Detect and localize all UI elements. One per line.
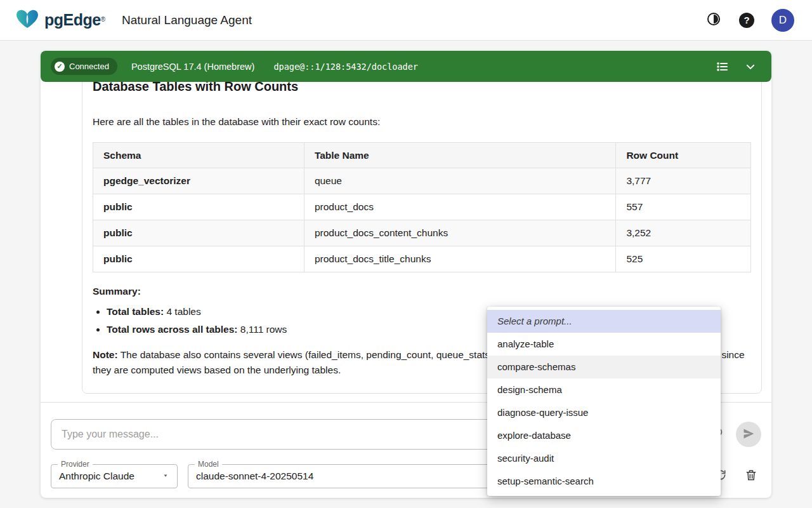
cell-row-count: 557 (616, 194, 751, 220)
help-button[interactable]: ? (738, 12, 755, 29)
table-row: pgedge_vectorizer queue 3,777 (93, 168, 751, 194)
col-header-schema: Schema (93, 143, 304, 168)
model-label: Model (195, 460, 222, 469)
app-header: pgEdge® Natural Language Agent ? D (0, 0, 812, 41)
help-icon: ? (739, 13, 754, 28)
cell-schema: pgedge_vectorizer (93, 168, 304, 194)
col-header-row-count: Row Count (616, 143, 751, 168)
summary-item-label: Total tables: (107, 306, 164, 317)
cell-row-count: 3,777 (616, 168, 751, 194)
chevron-down-icon (745, 61, 756, 72)
cell-schema: public (93, 220, 304, 246)
prompt-menu-item-setup-semantic-search[interactable]: setup-semantic-search (487, 470, 721, 493)
user-avatar[interactable]: D (771, 9, 794, 32)
prompt-menu-item-security-audit[interactable]: security-audit (487, 447, 721, 470)
provider-select[interactable]: Provider Anthropic Claude (51, 464, 178, 488)
send-button[interactable] (736, 422, 761, 447)
connection-bar: ✓ Connected PostgreSQL 17.4 (Homebrew) d… (41, 51, 771, 82)
prompt-menu-item-analyze-table[interactable]: analyze-table (487, 333, 721, 356)
dropdown-caret-icon (162, 471, 169, 482)
check-circle-icon: ✓ (55, 62, 65, 72)
list-icon (716, 60, 729, 73)
page-title: Natural Language Agent (122, 13, 252, 27)
theme-toggle-button[interactable] (705, 12, 722, 29)
app-window: pgEdge® Natural Language Agent ? D (0, 0, 812, 508)
prompt-menu-item-design-schema[interactable]: design-schema (487, 378, 721, 401)
brand-registered-mark: ® (101, 16, 105, 23)
cell-row-count: 3,252 (616, 220, 751, 246)
table-row: public product_docs_title_chunks 525 (93, 246, 751, 272)
connection-string: dpage@::1/128:5432/docloader (273, 62, 714, 72)
pgedge-heart-icon (15, 9, 39, 32)
trash-icon (745, 469, 757, 483)
cell-table-name: product_docs (304, 194, 616, 220)
prompt-menu-item-compare-schemas[interactable]: compare-schemas (487, 356, 721, 378)
message-heading: Database Tables with Row Counts (93, 82, 751, 95)
prompt-menu-item-diagnose-query-issue[interactable]: diagnose-query-issue (487, 401, 721, 424)
brand-name: pgEdge (44, 11, 101, 29)
cell-table-name: product_docs_content_chunks (304, 220, 616, 246)
connection-status-badge: ✓ Connected (51, 58, 117, 75)
server-version-label: PostgreSQL 17.4 (Homebrew) (131, 62, 255, 72)
prompt-menu-item-explore-database[interactable]: explore-database (487, 424, 721, 447)
prompt-menu-placeholder[interactable]: Select a prompt... (487, 310, 721, 333)
summary-item-text: 8,111 rows (237, 324, 287, 335)
connection-status-label: Connected (69, 62, 109, 71)
send-icon (742, 427, 755, 442)
summary-heading: Summary: (93, 284, 751, 299)
provider-value: Anthropic Claude (59, 471, 134, 482)
clear-chat-button[interactable] (741, 466, 761, 486)
cell-row-count: 525 (616, 246, 751, 272)
cell-table-name: queue (304, 168, 616, 194)
prompt-dropdown-menu: Select a prompt... analyze-table compare… (487, 307, 721, 496)
message-intro: Here are all the tables in the database … (93, 114, 751, 130)
connection-list-button[interactable] (714, 58, 731, 75)
table-row: public product_docs 557 (93, 194, 751, 220)
note-label: Note: (93, 349, 118, 360)
contrast-icon (706, 11, 721, 29)
table-row: public product_docs_content_chunks 3,252 (93, 220, 751, 246)
cell-schema: public (93, 194, 304, 220)
connection-collapse-button[interactable] (742, 58, 759, 75)
summary-item-label: Total rows across all tables: (107, 324, 237, 335)
row-counts-table: Schema Table Name Row Count pgedge_vecto… (93, 142, 751, 272)
cell-schema: public (93, 246, 304, 272)
pgedge-logo: pgEdge® (15, 9, 105, 32)
summary-item-text: 4 tables (164, 306, 201, 317)
provider-label: Provider (58, 460, 93, 469)
col-header-table-name: Table Name (304, 143, 616, 168)
table-header-row: Schema Table Name Row Count (93, 143, 751, 168)
cell-table-name: product_docs_title_chunks (304, 246, 616, 272)
